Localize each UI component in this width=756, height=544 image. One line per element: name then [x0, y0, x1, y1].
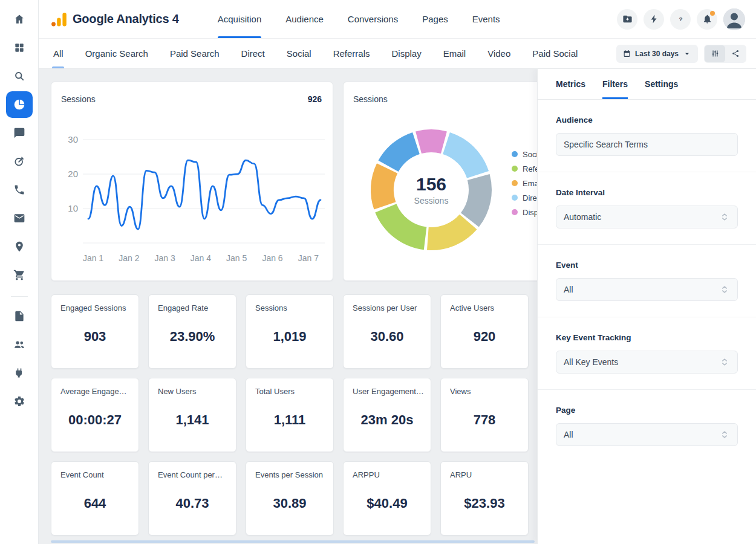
metric-card-user-engagement[interactable]: User Engagement…23m 20s — [343, 378, 431, 452]
metric-label: ARPU — [441, 462, 528, 479]
app-logo[interactable]: Google Analytics 4 — [51, 11, 179, 27]
phone-icon — [13, 184, 25, 196]
metric-card-active-users[interactable]: Active Users920 — [440, 294, 529, 369]
panel-tab-metrics[interactable]: Metrics — [556, 69, 585, 99]
legend-dot — [512, 151, 518, 157]
metric-label: User Engagement… — [344, 378, 431, 396]
donut-center-value: 156 — [389, 174, 474, 195]
notifications-icon — [702, 14, 712, 24]
filter-sliders-button[interactable] — [705, 45, 725, 62]
metric-card-arppu[interactable]: ARPPU$40.49 — [343, 461, 431, 536]
sidebar-item-phone[interactable] — [6, 176, 33, 203]
nav-events[interactable]: Events — [472, 0, 500, 38]
sidebar-item-document[interactable] — [6, 303, 33, 329]
date-range-button[interactable]: Last 30 days — [616, 45, 698, 63]
sidebar-item-target[interactable] — [6, 148, 33, 175]
donut-center: 156 Sessions — [389, 174, 474, 206]
metric-label: Sessions — [246, 295, 333, 312]
channel-tab-referrals[interactable]: Referrals — [333, 39, 370, 68]
stepper-chevrons-icon — [719, 429, 730, 440]
date-interval-select[interactable]: Automatic — [556, 206, 738, 228]
sessions-line-card: Sessions 926 102030Jan 1Jan 2Jan 3Jan 4J… — [51, 82, 333, 281]
svg-text:Jan 5: Jan 5 — [226, 253, 247, 263]
sidebar-item-home[interactable] — [6, 6, 33, 33]
sidebar — [0, 0, 39, 544]
nav-pages[interactable]: Pages — [422, 0, 448, 38]
panel-body: AudienceSpecific Search TermsDate Interv… — [538, 100, 756, 462]
sidebar-item-search[interactable] — [6, 63, 33, 89]
sidebar-item-chat[interactable] — [6, 120, 33, 146]
sidebar-item-gear[interactable] — [6, 388, 33, 415]
search-icon — [13, 70, 25, 82]
nav-audience[interactable]: Audience — [285, 0, 324, 38]
notifications-button[interactable] — [697, 9, 717, 30]
line-card-title: Sessions — [61, 94, 96, 104]
audience-input[interactable]: Specific Search Terms — [556, 133, 738, 156]
sidebar-item-plug[interactable] — [6, 360, 33, 386]
channel-tab-direct[interactable]: Direct — [241, 39, 265, 68]
key-event-tracking-select[interactable]: All Key Events — [556, 351, 738, 374]
sidebar-item-location[interactable] — [6, 233, 33, 260]
channel-tab-email[interactable]: Email — [443, 39, 466, 68]
control-value: Automatic — [564, 212, 719, 222]
channel-tab-paid-search[interactable]: Paid Search — [170, 39, 220, 68]
metric-card-views[interactable]: Views778 — [440, 378, 529, 452]
nav-conversions[interactable]: Conversions — [348, 0, 398, 38]
event-select[interactable]: All — [556, 278, 738, 301]
settings-panel: MetricsFiltersSettings AudienceSpecific … — [537, 69, 756, 544]
metric-card-total-users[interactable]: Total Users1,111 — [246, 378, 334, 452]
donut-segment-unlabeled[interactable] — [427, 215, 477, 250]
chat-icon — [13, 127, 25, 139]
user-avatar[interactable] — [723, 8, 745, 30]
caret-down-icon — [683, 50, 691, 58]
target-icon — [13, 155, 25, 167]
metric-card-event-count-per[interactable]: Event Count per…40.73 — [148, 461, 236, 536]
metric-card-sessions-per-user[interactable]: Sessions per User30.60 — [343, 294, 431, 369]
channel-tab-paid-social[interactable]: Paid Social — [532, 39, 578, 68]
sidebar-item-users[interactable] — [6, 331, 33, 358]
metric-card-engaged-sessions[interactable]: Engaged Sessions903 — [51, 294, 139, 369]
horizontal-scrollbar[interactable] — [51, 540, 535, 543]
sidebar-item-cart[interactable] — [6, 262, 33, 288]
donut-center-label: Sessions — [389, 196, 474, 206]
sidebar-item-grid[interactable] — [6, 34, 33, 61]
calendar-icon — [623, 50, 631, 57]
sidebar-item-pie-chart[interactable] — [6, 91, 33, 118]
help-button[interactable]: ? — [670, 9, 691, 30]
metric-label: Total Users — [246, 378, 333, 396]
toolbar-button-group — [704, 45, 746, 63]
channel-tab-all[interactable]: All — [53, 39, 64, 68]
metric-card-arpu[interactable]: ARPU$23.93 — [440, 461, 529, 536]
panel-tab-settings[interactable]: Settings — [645, 69, 678, 99]
metric-value: 00:00:27 — [51, 396, 138, 452]
metric-value: 903 — [51, 312, 138, 368]
metric-card-engaged-rate[interactable]: Engaged Rate23.90% — [148, 294, 236, 369]
metric-card-event-count[interactable]: Event Count644 — [51, 461, 139, 536]
page-select[interactable]: All — [556, 423, 738, 446]
metric-label: Average Engage… — [51, 378, 138, 396]
panel-tab-filters[interactable]: Filters — [602, 69, 628, 99]
control-value: All Key Events — [564, 357, 719, 367]
metric-card-average-engage[interactable]: Average Engage…00:00:27 — [51, 378, 139, 452]
metric-card-new-users[interactable]: New Users1,141 — [148, 378, 236, 452]
donut-segment-referral[interactable] — [375, 204, 426, 250]
metric-value: 23.90% — [149, 312, 236, 368]
donut-segment-direct[interactable] — [443, 132, 489, 178]
channel-tab-display[interactable]: Display — [392, 39, 422, 68]
share-button[interactable] — [725, 45, 746, 62]
channel-tab-video[interactable]: Video — [487, 39, 510, 68]
folder-download-button[interactable] — [617, 9, 637, 30]
metric-card-sessions[interactable]: Sessions1,019 — [246, 294, 334, 369]
metric-card-events-per-session[interactable]: Events per Session30.89 — [246, 461, 334, 536]
nav-acquisition[interactable]: Acquisition — [218, 0, 262, 38]
donut-segment-display[interactable] — [415, 129, 447, 154]
stepper-chevrons-icon — [719, 284, 730, 295]
sidebar-item-mail[interactable] — [6, 205, 33, 232]
channel-tab-social[interactable]: Social — [287, 39, 311, 68]
lightning-button[interactable] — [644, 9, 664, 30]
channel-tab-organic-search[interactable]: Organic Search — [85, 39, 148, 68]
metric-value: 1,111 — [246, 396, 333, 452]
donut-card-title: Sessions — [353, 94, 388, 104]
stepper-chevrons-icon — [719, 212, 730, 222]
donut-segment-social[interactable] — [379, 132, 420, 172]
